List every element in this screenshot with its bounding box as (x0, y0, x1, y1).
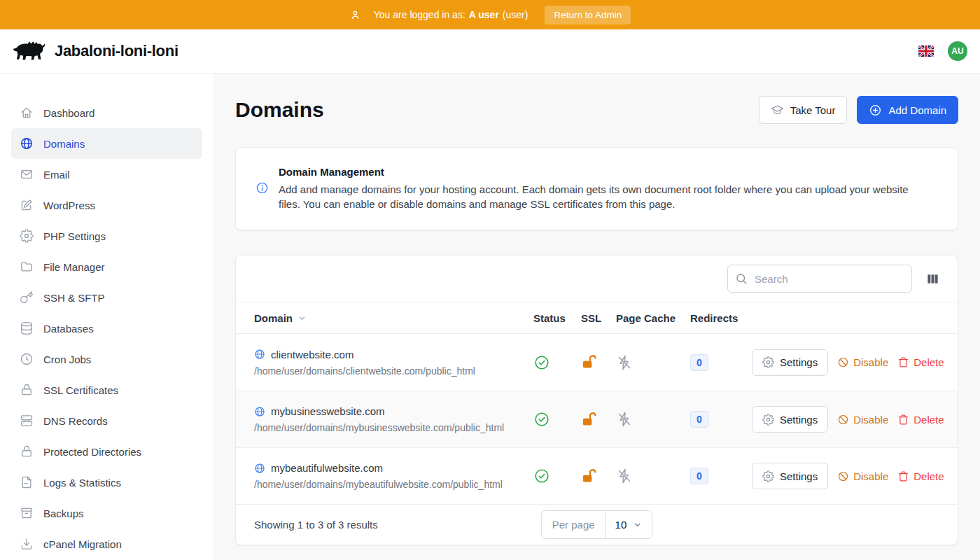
disable-button[interactable]: Disable (837, 356, 888, 368)
settings-button[interactable]: Settings (752, 349, 828, 376)
globe-icon (254, 406, 265, 417)
globe-icon (20, 136, 34, 150)
trash-icon (897, 470, 909, 482)
info-box-description: Add and manage domains for your hosting … (279, 183, 923, 211)
sidebar-item-label: SSH & SFTP (43, 292, 105, 304)
lock-icon (20, 383, 34, 397)
page-cache-off-icon[interactable] (616, 354, 690, 371)
take-tour-button[interactable]: Take Tour (759, 96, 848, 124)
disable-button[interactable]: Disable (837, 414, 888, 426)
sidebar-item-label: WordPress (43, 200, 95, 211)
banner-message: You are logged in as: (374, 9, 465, 20)
gear-icon (20, 229, 34, 243)
per-page-label: Per page (542, 511, 606, 538)
graduation-cap-icon (771, 104, 784, 117)
ssl-unlocked-icon[interactable] (581, 354, 616, 370)
status-enabled-icon (533, 411, 581, 428)
sidebar-item-dashboard[interactable]: Dashboard (11, 97, 202, 128)
sidebar-item-databases[interactable]: Databases (11, 313, 202, 344)
sidebar-item-label: PHP Settings (43, 230, 106, 242)
columns-view-icon[interactable] (923, 270, 942, 288)
sidebar-item-dns-records[interactable]: DNS Records (11, 405, 202, 436)
info-box: Domain Management Add and manage domains… (235, 147, 958, 230)
column-header-domain: Domain (254, 312, 293, 324)
edit-icon (20, 198, 34, 212)
redirects-count-badge[interactable]: 0 (690, 411, 708, 428)
plus-circle-icon (869, 104, 882, 117)
database-icon (20, 321, 34, 335)
impersonation-banner: You are logged in as: A user (user) Retu… (0, 0, 980, 29)
sidebar-item-label: File Manager (43, 261, 105, 273)
home-icon (20, 106, 34, 120)
page-cache-off-icon[interactable] (616, 468, 690, 484)
trash-icon (897, 414, 909, 426)
return-to-admin-button[interactable]: Return to Admin (545, 6, 631, 24)
sidebar-item-domains[interactable]: Domains (11, 128, 202, 159)
app-header: Jabaloni-loni-loni AU (0, 29, 980, 74)
sidebar-item-label: Backups (43, 507, 84, 519)
page-title: Domains (235, 98, 324, 122)
table-row: mybusinesswebsite.com /home/user/domains… (236, 391, 958, 447)
domain-name: clientwebsite.com (271, 349, 354, 360)
disable-button[interactable]: Disable (837, 470, 888, 482)
redirects-count-badge[interactable]: 0 (690, 354, 708, 371)
table-row: clientwebsite.com /home/user/domains/cli… (236, 334, 958, 391)
table-footer: Showing 1 to 3 of 3 results Per page 10 (236, 504, 958, 545)
settings-button[interactable]: Settings (752, 406, 828, 433)
sidebar-item-wordpress[interactable]: WordPress (11, 190, 202, 220)
archive-icon (20, 506, 34, 520)
redirects-count-badge[interactable]: 0 (690, 468, 708, 484)
lock-icon (20, 444, 34, 458)
delete-button[interactable]: Delete (897, 414, 944, 426)
settings-button[interactable]: Settings (752, 463, 828, 489)
sidebar-item-protected-directories[interactable]: Protected Directories (11, 436, 202, 467)
page-cache-off-icon[interactable] (616, 411, 690, 428)
sidebar-nav: Dashboard Domains Email WordPress PHP Se… (0, 74, 214, 560)
domains-table-card: Domain Status SSL Page Cache Redirects c… (235, 255, 958, 545)
language-flag-icon[interactable] (918, 46, 934, 57)
prohibit-icon (837, 414, 849, 426)
gear-icon (762, 414, 774, 426)
delete-button[interactable]: Delete (897, 470, 944, 482)
delete-button[interactable]: Delete (897, 356, 944, 368)
sort-chevron-icon[interactable] (297, 313, 307, 323)
document-icon (20, 475, 34, 489)
sidebar-item-label: Cron Jobs (43, 354, 91, 365)
domain-path: /home/user/domains/mybusinesswebsite.com… (254, 422, 533, 433)
key-icon (20, 290, 34, 304)
sidebar-item-backups[interactable]: Backups (11, 498, 202, 528)
banner-username: A user (469, 9, 499, 20)
banner-role: (user) (503, 9, 528, 20)
column-header-redirects: Redirects (690, 312, 752, 324)
info-icon (255, 181, 269, 211)
search-icon (735, 272, 748, 285)
sidebar-item-file-manager[interactable]: File Manager (11, 251, 202, 282)
sidebar-item-cpanel-migration[interactable]: cPanel Migration (11, 528, 202, 559)
ssl-unlocked-icon[interactable] (581, 412, 616, 428)
sidebar-item-label: Databases (43, 323, 94, 335)
search-input[interactable] (727, 265, 912, 293)
trash-icon (897, 356, 909, 368)
chevron-down-icon (632, 519, 643, 530)
column-header-ssl: SSL (581, 312, 616, 324)
prohibit-icon (837, 356, 849, 368)
gear-icon (762, 356, 774, 368)
per-page-value: 10 (615, 519, 627, 531)
gear-icon (762, 470, 774, 482)
add-domain-button[interactable]: Add Domain (857, 96, 958, 124)
folder-icon (20, 260, 34, 274)
globe-icon (254, 463, 265, 474)
mail-icon (20, 167, 34, 181)
sidebar-item-ssl-certificates[interactable]: SSL Certificates (11, 374, 202, 405)
ssl-unlocked-icon[interactable] (581, 468, 616, 484)
sidebar-item-php-settings[interactable]: PHP Settings (11, 220, 202, 251)
sidebar-item-ssh-sftp[interactable]: SSH & SFTP (11, 282, 202, 313)
server-icon (20, 414, 34, 428)
sidebar-item-cron-jobs[interactable]: Cron Jobs (11, 344, 202, 374)
sidebar-item-logs-statistics[interactable]: Logs & Statistics (11, 467, 202, 498)
main-content: Domains Take Tour Add Domain Domain Mana… (214, 74, 980, 560)
brand-logo[interactable]: Jabaloni-loni-loni (11, 38, 178, 64)
user-avatar[interactable]: AU (948, 41, 967, 61)
per-page-select[interactable]: Per page 10 (541, 510, 653, 539)
sidebar-item-email[interactable]: Email (11, 159, 202, 190)
